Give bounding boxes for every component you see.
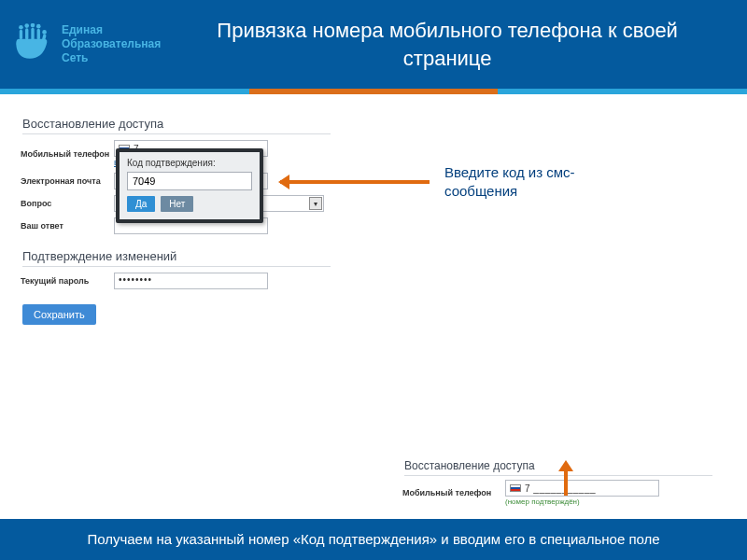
brand-line: Единая [62, 23, 161, 37]
instruction-callout: Введите код из смс-сообщения [444, 163, 631, 200]
flag-ru-icon [510, 484, 521, 492]
brand: Единая Образовательная Сеть [13, 23, 161, 66]
svg-rect-5 [31, 27, 34, 40]
svg-rect-3 [25, 28, 28, 40]
svg-rect-1 [20, 29, 22, 38]
dialog-label: Код подтверждения: [127, 158, 252, 168]
hand-logo-icon [13, 23, 52, 66]
page-title: Привязка номера мобильного телефона к св… [161, 17, 725, 72]
arrow-icon [280, 180, 430, 184]
footer-instruction: Получаем на указанный номер «Код подтвер… [0, 519, 747, 560]
brand-line: Образовательная [62, 37, 161, 51]
label-phone: Мобильный телефон [21, 149, 114, 159]
label-phone-2: Мобильный телефон [402, 488, 505, 497]
confirmation-code-input[interactable] [127, 172, 252, 190]
confirmation-code-dialog: Код подтверждения: Да Нет [116, 148, 263, 223]
brand-line: Сеть [62, 51, 161, 65]
save-button[interactable]: Сохранить [22, 304, 96, 325]
arrow-icon [564, 464, 568, 496]
svg-rect-7 [37, 28, 40, 39]
confirm-no-button[interactable]: Нет [161, 196, 193, 212]
svg-point-4 [31, 23, 35, 27]
phone-input-confirmed[interactable]: 7 ___________ [505, 480, 659, 497]
header: Единая Образовательная Сеть Привязка ном… [0, 0, 747, 89]
label-question: Вопрос [21, 199, 114, 208]
label-email: Электронная почта [21, 176, 114, 186]
brand-name: Единая Образовательная Сеть [62, 23, 161, 65]
content-stage: Восстановление доступа Мобильный телефон… [0, 94, 747, 519]
chevron-down-icon[interactable]: ▾ [309, 197, 322, 210]
label-answer: Ваш ответ [21, 221, 114, 231]
svg-point-2 [24, 23, 29, 28]
svg-point-6 [36, 23, 41, 28]
confirm-yes-button[interactable]: Да [127, 196, 155, 212]
section-heading-access: Восстановление доступа [22, 117, 331, 134]
label-current-password: Текущий пароль [21, 276, 114, 286]
svg-point-0 [19, 24, 23, 29]
row-current-password: Текущий пароль •••••••• [21, 273, 394, 289]
phone-value-2: 7 ___________ [525, 483, 596, 494]
section-heading-confirm: Подтверждение изменений [22, 249, 331, 267]
number-confirmed-label: (номер подтверждён) [505, 497, 659, 506]
current-password-input[interactable]: •••••••• [114, 273, 268, 289]
svg-point-8 [42, 30, 47, 35]
